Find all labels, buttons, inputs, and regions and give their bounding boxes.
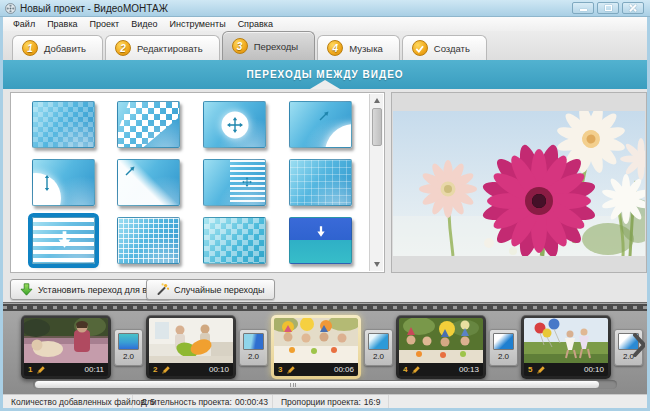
transition-chip-1[interactable]: 2.0 <box>114 329 143 366</box>
transition-thumb[interactable] <box>203 101 266 148</box>
transition-chip-3[interactable]: 2.0 <box>364 329 393 366</box>
clip-info-bar: 1 00:11 <box>24 363 108 376</box>
scroll-up-icon[interactable] <box>370 94 383 107</box>
diagonal-arrow-icon <box>124 165 136 177</box>
clip-duration: 00:13 <box>459 365 479 374</box>
app-logo-icon <box>5 3 16 14</box>
transition-thumb[interactable] <box>289 159 352 206</box>
clip-duration: 00:10 <box>584 365 604 374</box>
pencil-edit-icon[interactable] <box>411 365 421 374</box>
transitions-grid-panel <box>10 92 385 273</box>
timeline-clip-3-selected[interactable]: 3 00:06 <box>271 315 361 379</box>
down-arrow-icon <box>317 226 325 237</box>
magic-wand-icon <box>156 283 169 296</box>
transition-thumb[interactable] <box>32 159 95 206</box>
clip-number: 2 <box>153 365 157 374</box>
green-down-arrow-icon <box>20 283 33 296</box>
plus-arrow-icon <box>242 177 252 187</box>
timeline-next-arrow-icon[interactable] <box>633 333 645 361</box>
banner-pointer <box>310 80 340 89</box>
transition-thumb[interactable] <box>117 101 180 148</box>
clip-thumbnail <box>24 318 108 363</box>
status-project-duration: Длительность проекта: 00:00:43 <box>133 395 273 408</box>
tab-edit[interactable]: 2 Редактировать <box>105 35 220 60</box>
clip-thumbnail <box>399 318 483 363</box>
clip-number: 5 <box>528 365 532 374</box>
clip-thumbnail <box>149 318 233 363</box>
status-aspect-ratio: Пропорции проекта: 16:9 <box>273 395 389 408</box>
menu-video[interactable]: Видео <box>125 17 163 31</box>
clip-info-bar: 3 00:06 <box>274 363 358 376</box>
timeline-scrollbar[interactable] <box>33 380 617 389</box>
transition-duration: 2.0 <box>248 352 259 361</box>
scroll-down-icon[interactable] <box>370 258 383 271</box>
timeline-clip-1[interactable]: 1 00:11 <box>21 315 111 379</box>
window-title: Новый проект - ВидеоМОНТАЖ <box>20 3 168 14</box>
clip-number: 4 <box>403 365 407 374</box>
tab-number-badge: 4 <box>327 40 343 56</box>
transition-thumb[interactable] <box>203 217 266 264</box>
menu-project[interactable]: Проект <box>84 17 126 31</box>
pencil-edit-icon[interactable] <box>36 365 46 374</box>
diagonal-arrow-icon <box>318 110 330 122</box>
status-bar: Количество добавленных файлов: 5 Длитель… <box>3 394 647 408</box>
transition-thumb[interactable] <box>289 101 352 148</box>
menu-tools[interactable]: Инструменты <box>164 17 232 31</box>
down-arrow-icon <box>58 230 71 249</box>
tab-number-badge: 1 <box>22 40 38 56</box>
transition-thumb[interactable] <box>117 217 180 264</box>
status-duration-value: 00:00:43 <box>235 397 268 407</box>
transition-thumb[interactable] <box>289 217 352 264</box>
expand-arrows-icon <box>227 117 243 133</box>
transition-duration: 2.0 <box>373 352 384 361</box>
clip-info-bar: 2 00:10 <box>149 363 233 376</box>
tab-add[interactable]: 1 Добавить <box>12 35 103 60</box>
transition-thumb[interactable] <box>117 159 180 206</box>
transition-chip-4[interactable]: 2.0 <box>489 329 518 366</box>
clip-thumbnail <box>274 318 358 363</box>
pencil-edit-icon[interactable] <box>161 365 171 374</box>
tab-number-badge: 2 <box>115 40 131 56</box>
pencil-edit-icon[interactable] <box>286 365 296 374</box>
random-transitions-button[interactable]: Случайные переходы <box>146 279 275 300</box>
scrollbar-thumb[interactable] <box>372 108 382 146</box>
pencil-edit-icon[interactable] <box>536 365 546 374</box>
maximize-button[interactable] <box>597 2 619 14</box>
timeline-scrollbar-thumb[interactable] <box>35 381 599 388</box>
timeline-clip-2[interactable]: 2 00:10 <box>146 315 236 379</box>
timeline-clip-5[interactable]: 5 00:10 <box>521 315 611 379</box>
window-controls <box>572 2 644 14</box>
menu-file[interactable]: Файл <box>7 17 41 31</box>
transition-chip-thumb <box>368 333 389 350</box>
clip-duration: 00:10 <box>209 365 229 374</box>
transition-duration: 2.0 <box>498 352 509 361</box>
preview-panel <box>391 92 647 273</box>
preview-photo-flowers <box>393 111 645 256</box>
transition-thumb-selected[interactable] <box>32 217 95 264</box>
close-button[interactable] <box>622 2 644 14</box>
tab-music[interactable]: 4 Музыка <box>317 35 400 60</box>
clip-number: 1 <box>28 365 32 374</box>
transition-chip-2[interactable]: 2.0 <box>239 329 268 366</box>
menu-help[interactable]: Справка <box>232 17 279 31</box>
status-aspect-value: 16:9 <box>364 397 381 407</box>
app-window: Новый проект - ВидеоМОНТАЖ Файл Правка П… <box>0 0 650 411</box>
grid-scrollbar[interactable] <box>369 94 383 271</box>
clip-duration: 00:06 <box>334 365 354 374</box>
transition-thumb[interactable] <box>32 101 95 148</box>
transition-thumb[interactable] <box>203 159 266 206</box>
tab-transitions[interactable]: 3 Переходы <box>222 31 316 60</box>
tab-number-badge: 3 <box>232 38 248 54</box>
title-bar: Новый проект - ВидеоМОНТАЖ <box>0 0 650 17</box>
timeline: 1 00:11 2.0 <box>3 302 647 394</box>
step-tab-bar: 1 Добавить 2 Редактировать 3 Переходы 4 … <box>3 31 647 60</box>
transition-chip-thumb <box>493 333 514 350</box>
timeline-clip-4[interactable]: 4 00:13 <box>396 315 486 379</box>
minimize-button[interactable] <box>572 2 594 14</box>
transition-chip-thumb <box>243 333 264 350</box>
clip-info-bar: 4 00:13 <box>399 363 483 376</box>
menu-bar: Файл Правка Проект Видео Инструменты Спр… <box>3 17 647 31</box>
section-title: ПЕРЕХОДЫ МЕЖДУ ВИДЕО <box>246 69 403 80</box>
tab-create[interactable]: Создать <box>402 35 487 60</box>
menu-edit[interactable]: Правка <box>41 17 83 31</box>
